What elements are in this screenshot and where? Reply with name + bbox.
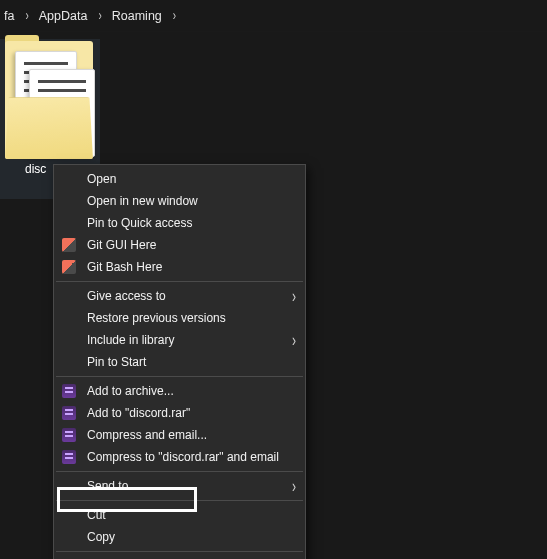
menu-separator — [56, 551, 303, 552]
menu-send-to[interactable]: Send to › — [55, 475, 304, 497]
breadcrumb-seg-roaming[interactable]: Roaming — [110, 9, 164, 23]
folder-item-discord[interactable]: JSON disc — [0, 41, 98, 176]
menu-include-in-library[interactable]: Include in library › — [55, 329, 304, 351]
menu-give-access-to[interactable]: Give access to › — [55, 285, 304, 307]
menu-copy[interactable]: Copy — [55, 526, 304, 548]
menu-compress-and-email[interactable]: Compress and email... — [55, 424, 304, 446]
file-pane[interactable]: JSON disc Open Open in new window Pin to… — [0, 33, 547, 559]
menu-add-to-discord-rar[interactable]: Add to "discord.rar" — [55, 402, 304, 424]
breadcrumb-seg-user[interactable]: fa — [2, 9, 16, 23]
menu-separator — [56, 500, 303, 501]
menu-separator — [56, 281, 303, 282]
menu-add-to-archive[interactable]: Add to archive... — [55, 380, 304, 402]
git-icon — [61, 237, 77, 253]
folder-icon: JSON — [5, 41, 93, 159]
menu-create-shortcut[interactable]: Create shortcut — [55, 555, 304, 559]
breadcrumb-seg-appdata[interactable]: AppData — [37, 9, 90, 23]
menu-pin-quick-access[interactable]: Pin to Quick access — [55, 212, 304, 234]
menu-git-bash[interactable]: Git Bash Here — [55, 256, 304, 278]
chevron-right-icon: › — [292, 476, 296, 497]
archive-mail-icon — [61, 449, 77, 465]
archive-icon — [61, 383, 77, 399]
git-icon — [61, 259, 77, 275]
chevron-right-icon: › — [292, 330, 296, 351]
menu-cut[interactable]: Cut — [55, 504, 304, 526]
menu-pin-to-start[interactable]: Pin to Start — [55, 351, 304, 373]
chevron-right-icon: › — [164, 8, 184, 23]
archive-icon — [61, 405, 77, 421]
menu-compress-to-discord-and-email[interactable]: Compress to "discord.rar" and email — [55, 446, 304, 468]
menu-restore-previous[interactable]: Restore previous versions — [55, 307, 304, 329]
address-bar[interactable]: fa › AppData › Roaming › — [0, 0, 547, 32]
menu-open[interactable]: Open — [55, 168, 304, 190]
chevron-right-icon: › — [292, 286, 296, 307]
menu-separator — [56, 471, 303, 472]
chevron-right-icon: › — [89, 8, 109, 23]
menu-open-new-window[interactable]: Open in new window — [55, 190, 304, 212]
chevron-right-icon: › — [16, 8, 36, 23]
context-menu: Open Open in new window Pin to Quick acc… — [53, 164, 306, 559]
menu-separator — [56, 376, 303, 377]
menu-git-gui[interactable]: Git GUI Here — [55, 234, 304, 256]
archive-mail-icon — [61, 427, 77, 443]
